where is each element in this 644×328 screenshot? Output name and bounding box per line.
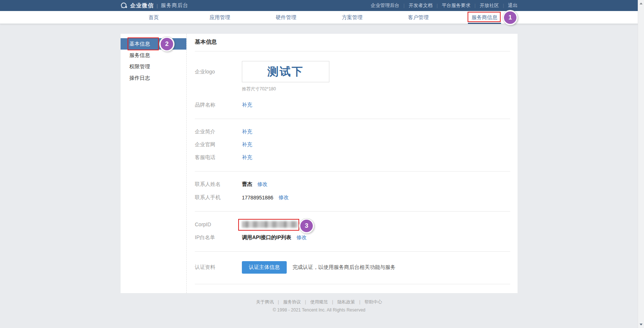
section-corpid: CorpID IP白名单 调用API接口的IP列表 修改	[195, 212, 510, 251]
footer: 关于腾讯 | 服务协议 | 使用规范 | 隐私政策 | 帮助中心 © 1998 …	[121, 299, 518, 313]
field-label: CorpID	[195, 221, 242, 227]
scrollbar-up-arrow-icon[interactable]	[640, 3, 643, 4]
topbar-separator: |	[475, 3, 476, 8]
tab-home[interactable]: 首页	[121, 11, 187, 24]
footer-link-service-agreement[interactable]: 服务协议	[283, 299, 301, 304]
logo-column: 测试下 推荐尺寸702*180	[242, 61, 329, 92]
field-label: 企业官网	[195, 141, 242, 148]
tab-solution-management[interactable]: 方案管理	[319, 11, 385, 24]
topbar-separator: |	[404, 3, 405, 8]
contact-name-edit-link[interactable]: 修改	[257, 181, 268, 188]
service-phone-fill-link[interactable]: 补充	[242, 154, 252, 161]
contact-mobile-edit-link[interactable]: 修改	[279, 194, 289, 201]
topbar-link-admin[interactable]: 企业管理后台	[371, 2, 400, 9]
content-panel: 基本信息 企业logo 测试下 推荐尺寸702*180 品牌名称 补充	[187, 34, 518, 293]
sidebar-item-permission-management[interactable]: 权限管理	[121, 61, 186, 72]
certification-row: 认证资料 认证主体信息 完成认证，以使用服务商后台相关功能与服务	[195, 261, 510, 274]
topbar-separator: |	[503, 3, 504, 8]
contact-name-value: 曹杰	[242, 181, 252, 188]
topbar: 企业微信 | 服务商后台 企业管理后台 | 开发者文档 | 平台服务要求 | 开…	[0, 0, 644, 11]
logo-size-hint: 推荐尺寸702*180	[242, 86, 329, 92]
scrollbar-down-arrow-icon[interactable]	[640, 324, 643, 325]
contact-mobile-row: 联系人手机 17788951886 修改	[195, 194, 510, 201]
tab-service-provider-info[interactable]: 服务商信息	[451, 11, 518, 24]
footer-links: 关于腾讯 | 服务协议 | 使用规范 | 隐私政策 | 帮助中心	[121, 299, 518, 305]
corpid-masked-value	[242, 221, 298, 228]
verify-subject-info-button[interactable]: 认证主体信息	[242, 261, 287, 274]
tab-customer-management[interactable]: 客户管理	[385, 11, 451, 24]
footer-link-about-tencent[interactable]: 关于腾讯	[256, 299, 273, 304]
ip-whitelist-edit-link[interactable]: 修改	[297, 234, 307, 241]
section-logo: 企业logo 测试下 推荐尺寸702*180 品牌名称 补充	[195, 51, 510, 119]
footer-link-usage-rules[interactable]: 使用规范	[310, 299, 328, 304]
divider	[195, 284, 510, 284]
sidebar-item-operation-log[interactable]: 操作日志	[121, 72, 186, 84]
service-phone-row: 客服电话 补充	[195, 154, 510, 161]
section-company-info: 企业简介 补充 企业官网 补充 客服电话 补充	[195, 119, 510, 171]
company-website-row: 企业官网 补充	[195, 141, 510, 148]
footer-separator: |	[305, 299, 306, 304]
logo-text: 测试下	[268, 64, 304, 79]
page-title: 基本信息	[195, 39, 510, 46]
field-label: 联系人手机	[195, 194, 242, 201]
main-navbar: 首页 应用管理 硬件管理 方案管理 客户管理 服务商信息	[0, 11, 644, 24]
footer-link-help-center[interactable]: 帮助中心	[365, 299, 382, 304]
company-website-fill-link[interactable]: 补充	[242, 141, 252, 148]
field-label: 联系人姓名	[195, 181, 242, 188]
field-label: 认证资料	[195, 264, 242, 271]
corpid-row: CorpID	[195, 221, 510, 228]
copyright-text: © 1998 - 2021 Tencent Inc. All Rights Re…	[121, 307, 518, 313]
sidebar: 基本信息 服务信息 权限管理 操作日志	[121, 34, 187, 293]
ip-whitelist-value: 调用API接口的IP列表	[242, 234, 291, 241]
footer-separator: |	[278, 299, 279, 304]
field-label: 企业logo	[195, 61, 242, 82]
certification-note: 完成认证，以使用服务商后台相关功能与服务	[293, 264, 396, 271]
company-intro-row: 企业简介 补充	[195, 129, 510, 135]
contact-mobile-value: 17788951886	[242, 195, 273, 201]
brand-separator: |	[157, 3, 158, 8]
main-card: 基本信息 服务信息 权限管理 操作日志 基本信息 企业logo 测试下 推荐尺寸…	[121, 34, 518, 293]
brand-name: 企业微信	[130, 2, 154, 9]
product-name: 服务商后台	[161, 2, 188, 9]
footer-separator: |	[332, 299, 333, 304]
field-label: 企业简介	[195, 129, 242, 135]
sidebar-item-basic-info[interactable]: 基本信息	[121, 38, 186, 50]
field-label: 客服电话	[195, 154, 242, 161]
wecom-logo-icon	[121, 2, 128, 9]
enterprise-logo-row: 企业logo 测试下 推荐尺寸702*180	[195, 61, 510, 92]
ip-whitelist-row: IP白名单 调用API接口的IP列表 修改	[195, 234, 510, 241]
footer-link-privacy-policy[interactable]: 隐私政策	[337, 299, 355, 304]
vertical-scrollbar[interactable]	[638, 0, 644, 328]
topbar-link-open-community[interactable]: 开放社区	[480, 2, 499, 9]
section-certification: 认证资料 认证主体信息 完成认证，以使用服务商后台相关功能与服务	[195, 252, 510, 284]
topbar-link-platform-requirements[interactable]: 平台服务要求	[442, 2, 471, 9]
enterprise-logo-image[interactable]: 测试下	[242, 61, 329, 82]
topbar-separator: |	[437, 3, 438, 8]
field-label: 品牌名称	[195, 102, 242, 108]
footer-separator: |	[359, 299, 360, 304]
brand-name-fill-link[interactable]: 补充	[242, 102, 252, 108]
topbar-links: 企业管理后台 | 开发者文档 | 平台服务要求 | 开放社区 | 退出	[371, 2, 518, 9]
tab-app-management[interactable]: 应用管理	[187, 11, 253, 24]
contact-name-row: 联系人姓名 曹杰 修改	[195, 181, 510, 188]
company-intro-fill-link[interactable]: 补充	[242, 129, 252, 135]
brand: 企业微信 | 服务商后台	[121, 2, 188, 9]
topbar-link-logout[interactable]: 退出	[508, 2, 518, 9]
tab-hardware-management[interactable]: 硬件管理	[253, 11, 319, 24]
brand-name-row: 品牌名称 补充	[195, 102, 510, 108]
field-label: IP白名单	[195, 234, 242, 241]
topbar-link-dev-docs[interactable]: 开发者文档	[409, 2, 433, 9]
sidebar-item-service-info[interactable]: 服务信息	[121, 50, 186, 61]
section-contact: 联系人姓名 曹杰 修改 联系人手机 17788951886 修改	[195, 172, 510, 211]
